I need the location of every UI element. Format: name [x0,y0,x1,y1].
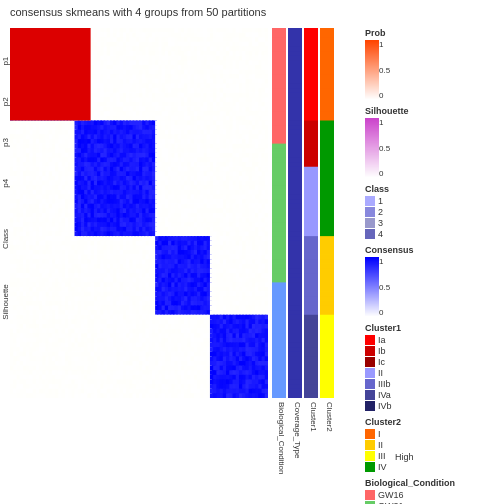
legend-swatch [365,490,375,500]
legend-item: IIIb [365,379,500,389]
legend-swatch [365,440,375,450]
silhouette-legend-title: Silhouette [365,106,500,116]
legend-label: IVa [378,390,391,400]
legend-item: III [365,451,500,461]
legend-area: Prob 1 0.5 0 Silhouette 1 0.5 0 [365,28,500,498]
legend-label: Ib [378,346,386,356]
legend-swatch [365,429,375,439]
legend-item: Ia [365,335,500,345]
main-container: consensus skmeans with 4 groups from 50 … [0,0,504,504]
legend-label: 4 [378,229,383,239]
legend-item: 3 [365,218,500,228]
prob-gradient [365,40,379,100]
sil-min: 0 [379,169,390,178]
cluster1-legend-title: Cluster1 [365,323,500,333]
legend-swatch [365,401,375,411]
cluster2-legend-title: Cluster2 [365,417,500,427]
prob-legend: Prob 1 0.5 0 [365,28,500,100]
consensus-gradient [365,257,379,317]
cons-min: 0 [379,308,390,317]
legend-swatch [365,207,375,217]
class-items: 1234 [365,196,500,239]
legend-item: IVb [365,401,500,411]
bio-cond-items: GW16GW21GW21+3 [365,490,500,504]
legend-swatch [365,462,375,472]
legend-label: 3 [378,218,383,228]
cluster1-legend: Cluster1 IaIbIcIIIIIbIVaIVb [365,323,500,411]
legend-item: Ic [365,357,500,367]
legend-label: 1 [378,196,383,206]
legend-item: II [365,368,500,378]
legend-swatch [365,390,375,400]
prob-max: 1 [379,40,390,49]
cluster2-legend: Cluster2 IIIIIIIV [365,417,500,472]
legend-label: III [378,451,386,461]
cluster2-items: IIIIIIIV [365,429,500,472]
legend-swatch [365,218,375,228]
legend-item: I [365,429,500,439]
legend-label: Ia [378,335,386,345]
legend-label: Ic [378,357,385,367]
sil-labels: 1 0.5 0 [379,118,390,178]
consensus-legend-title: Consensus [365,245,500,255]
cluster1-items: IaIbIcIIIIIbIVaIVb [365,335,500,411]
legend-swatch [365,451,375,461]
legend-item: GW16 [365,490,500,500]
silhouette-legend: Silhouette 1 0.5 0 [365,106,500,178]
prob-min: 0 [379,91,390,100]
legend-swatch [365,335,375,345]
cons-labels: 1 0.5 0 [379,257,390,317]
legend-label: II [378,368,383,378]
cons-mid: 0.5 [379,283,390,292]
sil-mid: 0.5 [379,144,390,153]
legend-swatch [365,357,375,367]
legend-label: II [378,440,383,450]
bio-cond-legend: Biological_Condition GW16GW21GW21+3 [365,478,500,504]
class-legend-title: Class [365,184,500,194]
class-legend: Class 1234 [365,184,500,239]
legend-swatch [365,229,375,239]
prob-labels: 1 0.5 0 [379,40,390,100]
sil-max: 1 [379,118,390,127]
legend-item: II [365,440,500,450]
legend-item: IVa [365,390,500,400]
legend-label: 2 [378,207,383,217]
legend-swatch [365,379,375,389]
legend-item: Ib [365,346,500,356]
legend-item: 1 [365,196,500,206]
legend-label: GW16 [378,490,404,500]
silhouette-gradient [365,118,379,178]
legend-item: 4 [365,229,500,239]
legend-item: IV [365,462,500,472]
prob-legend-title: Prob [365,28,500,38]
consensus-legend: Consensus 1 0.5 0 [365,245,500,317]
legend-label: IV [378,462,387,472]
prob-mid: 0.5 [379,66,390,75]
legend-label: IVb [378,401,392,411]
legend-label: IIIb [378,379,391,389]
legend-item: 2 [365,207,500,217]
legend-swatch [365,368,375,378]
legend-label: I [378,429,381,439]
legend-swatch [365,346,375,356]
bio-cond-legend-title: Biological_Condition [365,478,500,488]
legend-swatch [365,196,375,206]
cons-max: 1 [379,257,390,266]
